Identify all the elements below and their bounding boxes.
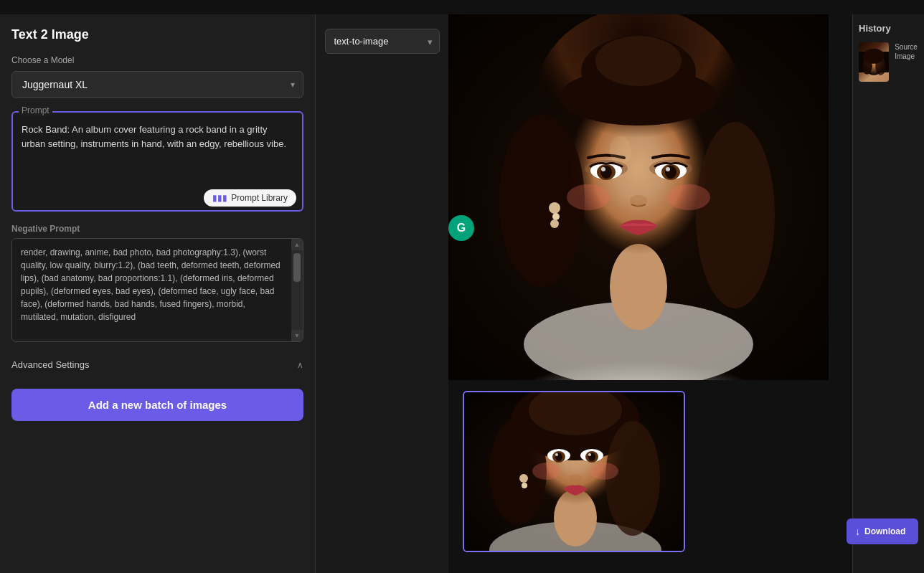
download-button[interactable]: ↓ Download [847,518,918,544]
scrollbar-thumb[interactable] [293,253,301,282]
download-label: Download [864,526,905,536]
second-portrait-svg [464,392,685,552]
history-title: History [859,23,918,34]
svg-point-23 [667,184,710,210]
advanced-settings-chevron-icon: ∧ [297,360,303,370]
history-item: Source Image [859,42,918,86]
svg-point-43 [588,453,591,456]
negative-prompt-label: Negative Prompt [11,224,303,234]
svg-point-24 [549,202,560,214]
scrollbar-track: ▲ ▼ [291,239,303,341]
scrollbar-up-button[interactable]: ▲ [291,239,303,250]
history-panel: History [852,14,924,573]
advanced-settings-toggle[interactable]: Advanced Settings ∧ [11,355,303,374]
history-source-text: Source Image [895,42,918,61]
model-label: Choose a Model [11,55,303,65]
svg-point-44 [569,474,582,483]
left-panel: Text 2 Image Choose a Model Juggernaut X… [0,14,316,573]
svg-point-53 [875,58,886,75]
svg-point-48 [522,483,527,488]
mode-select[interactable]: text-to-imageimage-to-imageinpainting [325,29,440,54]
svg-point-47 [519,474,528,483]
scrollbar-down-button[interactable]: ▼ [291,330,303,341]
svg-point-25 [552,213,560,220]
main-image [448,14,829,380]
svg-point-35 [605,421,660,536]
svg-point-26 [550,219,559,228]
prompt-library-button[interactable]: ▮▮▮ Prompt Library [204,189,296,207]
history-thumb-svg [859,42,889,82]
mode-strip: text-to-imageimage-to-imageinpainting ▾ [316,14,448,573]
bottom-images-container [448,380,852,563]
main-layout: Text 2 Image Choose a Model Juggernaut X… [0,14,924,573]
history-item-label: Source Image [895,42,918,61]
second-image [463,391,685,552]
model-select[interactable]: Juggernaut XLStable Diffusion XLDALL-E 3 [11,71,303,98]
right-area: text-to-imageimage-to-imageinpainting ▾ … [316,14,924,573]
svg-point-7 [696,122,775,308]
svg-point-10 [595,36,682,86]
negative-prompt-input[interactable]: render, drawing, anime, bad photo, bad p… [12,239,291,339]
add-batch-button[interactable]: Add a new batch of images [11,389,303,421]
page-title: Text 2 Image [11,27,303,42]
negative-prompt-wrapper: render, drawing, anime, bad photo, bad p… [11,238,303,342]
mode-dropdown-wrapper: text-to-imageimage-to-imageinpainting ▾ [325,29,440,54]
grammarly-badge: G [448,215,474,241]
negative-prompt-section: Negative Prompt render, drawing, anime, … [11,224,303,342]
svg-point-45 [532,463,561,480]
svg-point-27 [610,136,631,165]
images-column: G [448,14,852,573]
main-portrait-svg [448,14,829,380]
download-icon: ↓ [855,526,860,537]
bar-chart-icon: ▮▮▮ [212,193,227,203]
advanced-settings-label: Advanced Settings [11,359,89,370]
svg-point-46 [590,463,618,480]
history-thumbnail [859,42,889,82]
svg-point-19 [601,167,605,171]
model-select-wrapper: Juggernaut XLStable Diffusion XLDALL-E 3… [11,71,303,98]
svg-point-52 [862,57,872,74]
prompt-section: Prompt Rock Band: An album cover featuri… [11,111,303,214]
prompt-label: Prompt [19,105,52,115]
svg-point-20 [666,167,670,171]
top-bar [0,0,924,14]
prompt-library-label: Prompt Library [231,193,288,203]
svg-point-42 [555,453,558,456]
svg-point-22 [567,184,610,210]
